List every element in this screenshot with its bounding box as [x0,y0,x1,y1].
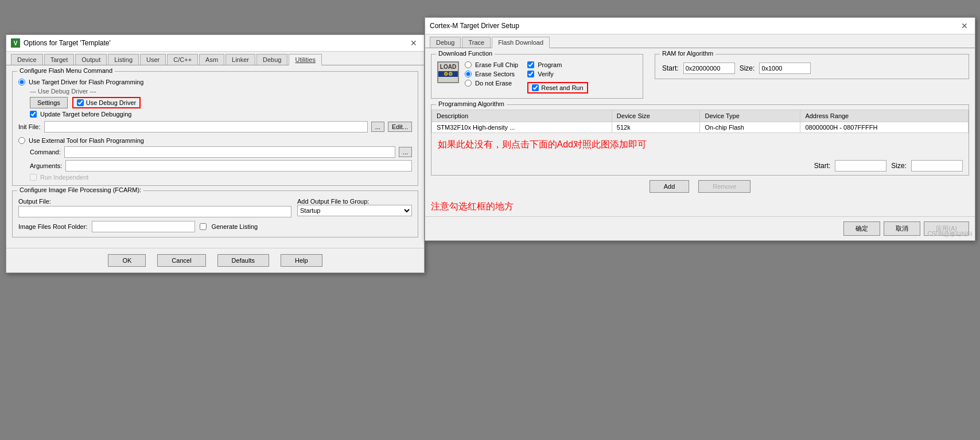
do-not-erase-radio[interactable] [465,80,472,87]
right-close-button[interactable]: ✕ [959,21,970,30]
reset-run-label: Reset and Run [541,84,583,91]
tab-cpp[interactable]: C/C++ [167,54,198,65]
prog-table-body: STM32F10x High-density ... 512k On-chip … [432,122,969,157]
table-row[interactable]: STM32F10x High-density ... 512k On-chip … [432,122,969,133]
generate-listing-checkbox[interactable] [200,223,207,230]
ram-start-input[interactable] [683,63,735,74]
init-file-input[interactable] [44,121,368,133]
cancel-button[interactable]: Cancel [157,254,205,267]
right-cancel-button[interactable]: 取消 [884,221,920,236]
settings-button[interactable]: Settings [30,97,68,108]
left-titlebar: V Options for Target 'Template' ✕ [6,35,424,52]
settings-row: Settings Use Debug Driver [30,97,143,108]
programming-algorithm-table: Description Device Size Device Type Addr… [431,110,969,157]
erase-full-chip-radio[interactable] [465,61,472,68]
arguments-label: Arguments: [30,162,62,169]
command-browse-btn[interactable]: ... [399,147,412,157]
watermark: CSDN@修勾纠纠 [928,230,973,238]
radio-external-row: Use External Tool for Flash Programming … [18,137,412,181]
col-device-size: Device Size [612,110,700,122]
ram-algorithm-group: RAM for Algorithm Start: Size: [655,54,969,79]
start-input[interactable] [835,160,886,172]
init-file-row: Init File: ... Edit... [18,121,412,133]
defaults-button[interactable]: Defaults [217,254,269,267]
tab-debug-right[interactable]: Debug [430,37,461,48]
generate-listing-label: Generate Listing [211,223,258,230]
update-target-label: Update Target before Debugging [40,111,131,118]
left-close-button[interactable]: ✕ [408,38,419,48]
image-root-input[interactable] [92,221,195,232]
update-target-checkbox[interactable] [30,111,37,118]
top-section: Download Function LOAD ⚙⚙ Erase Full Chi… [425,48,975,104]
ram-start-label: Start: [662,64,679,72]
tab-asm[interactable]: Asm [199,54,224,65]
radio-target-driver[interactable] [18,79,25,85]
do-not-erase-row: Do not Erase [465,80,518,87]
left-content: Configure Flash Menu Command Use Target … [6,65,424,248]
download-options: Erase Full Chip Erase Sectors Do not Era… [465,61,518,89]
radio-external-tool[interactable] [18,137,25,144]
add-output-label: Add Output File to Group: [297,198,412,205]
tab-listing[interactable]: Listing [108,54,139,65]
output-file-input[interactable] [18,206,291,217]
verify-checkbox[interactable] [527,71,534,77]
help-button[interactable]: Help [281,254,322,267]
command-input[interactable] [64,146,395,158]
tab-trace-right[interactable]: Trace [462,37,491,48]
right-titlebar: Cortex-M Target Driver Setup ✕ [425,18,975,34]
start-size-row: Start: Size: [431,157,969,175]
add-remove-row: Add Remove [425,176,975,197]
browse-button[interactable]: ... [371,122,384,132]
load-text: LOAD [440,63,456,70]
program-options: Program Verify Reset and Run [527,61,588,94]
update-target-row: Update Target before Debugging [30,111,143,118]
use-debug-driver-checkbox[interactable] [77,99,84,106]
download-function-group: Download Function LOAD ⚙⚙ Erase Full Chi… [431,54,643,99]
programming-algorithm-section: Programming Algorithm Description Device… [431,104,969,176]
erase-full-chip-row: Erase Full Chip [465,61,518,68]
reset-run-checkbox[interactable] [532,84,539,91]
cell-description: STM32F10x High-density ... [432,122,612,133]
remove-button[interactable]: Remove [698,180,750,193]
group-select[interactable]: Startup [297,205,412,216]
cell-device-size: 512k [612,122,700,133]
configure-flash-label: Configure Flash Menu Command [17,67,115,74]
ram-size-input[interactable] [759,63,811,74]
run-independent-checkbox[interactable] [30,174,37,181]
col-address-range: Address Range [800,110,969,122]
app-icon: V [11,38,20,48]
right-dialog: Cortex-M Target Driver Setup ✕ Debug Tra… [425,17,975,241]
program-checkbox[interactable] [527,61,534,68]
arguments-row: Arguments: [30,160,412,172]
fcarm-group: Configure Image File Processing (FCARM):… [12,190,418,237]
erase-full-chip-label: Erase Full Chip [475,61,518,68]
ram-size-label: Size: [740,64,755,72]
download-function-label: Download Function [436,50,495,57]
tab-output[interactable]: Output [75,54,107,65]
ok-button[interactable]: OK [108,254,146,267]
tab-target[interactable]: Target [44,54,75,65]
image-root-row: Image Files Root Folder: Generate Listin… [18,221,412,232]
add-button[interactable]: Add [650,180,690,193]
confirm-button[interactable]: 确定 [843,221,880,236]
ram-algorithm-label: RAM for Algorithm [660,50,715,57]
annotation-bottom: 注意勾选红框的地方 [425,197,975,216]
configure-flash-group: Configure Flash Menu Command Use Target … [12,71,418,186]
use-debug-driver-checkbox-wrapper: Use Debug Driver [72,97,141,108]
cell-address-range: 08000000H - 0807FFFFH [800,122,969,133]
tab-linker[interactable]: Linker [225,54,255,65]
edit-button[interactable]: Edit... [388,122,412,132]
left-dialog: V Options for Target 'Template' ✕ Device… [6,34,425,273]
radio-external-label: Use External Tool for Flash Programming [29,137,144,144]
download-inner: LOAD ⚙⚙ Erase Full Chip Erase Sectors [437,61,637,94]
tab-user[interactable]: User [140,54,166,65]
tab-utilities[interactable]: Utilities [289,54,321,65]
arguments-input[interactable] [65,160,412,172]
tab-debug[interactable]: Debug [256,54,287,65]
tab-device[interactable]: Device [11,54,43,65]
load-icon-area: LOAD ⚙⚙ [437,61,459,83]
size-input[interactable] [911,160,963,172]
erase-sectors-radio[interactable] [465,71,472,77]
programming-algorithm-label: Programming Algorithm [436,100,507,107]
tab-flash-download[interactable]: Flash Download [492,37,550,48]
